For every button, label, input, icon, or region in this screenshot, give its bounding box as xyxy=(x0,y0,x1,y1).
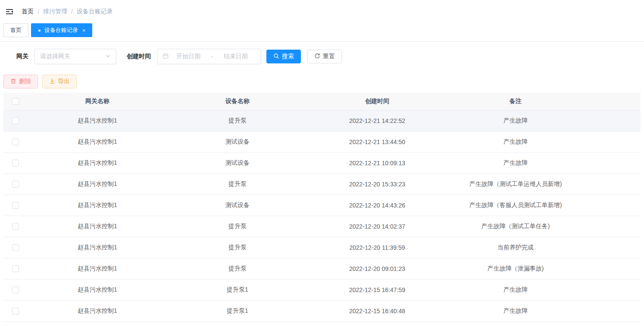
cell-device-name: 测试设备 xyxy=(167,131,308,152)
cell-remark: 产生故障 xyxy=(447,152,585,173)
filter-bar: 网关 请选择网关 创建时间 开始日期 - 结束日期 搜索 重置 xyxy=(16,49,644,64)
cell-created-time: 2022-12-15 16:40:48 xyxy=(308,300,447,321)
row-checkbox[interactable] xyxy=(12,181,19,188)
column-header-gateway: 网关名称 xyxy=(28,93,167,110)
cell-gateway-name: 赵县污水控制1 xyxy=(28,279,167,300)
close-tab-icon[interactable]: × xyxy=(82,27,86,34)
row-checkbox[interactable] xyxy=(12,138,19,145)
cell-device-name: 提升泵 xyxy=(167,216,308,237)
table-row[interactable]: 赵县污水控制1 提升泵 2022-12-20 15:33:23 产生故障（测试工… xyxy=(3,173,641,195)
table-row[interactable]: 赵县污水控制1 测试设备 2022-12-21 13:44:50 产生故障 xyxy=(3,131,641,152)
active-dot-icon: ● xyxy=(38,28,41,33)
created-time-label: 创建时间 xyxy=(127,53,151,60)
row-checkbox[interactable] xyxy=(12,117,19,124)
date-range-picker[interactable]: 开始日期 - 结束日期 xyxy=(157,49,261,64)
breadcrumb-item-module[interactable]: 排污管理 xyxy=(43,8,67,16)
search-icon xyxy=(273,53,282,60)
records-table: 网关名称 设备名称 创建时间 备注 赵县污水控制1 提升泵 2022-12-21… xyxy=(3,93,641,322)
cell-device-name: 提升泵 xyxy=(167,110,308,131)
cell-filler xyxy=(585,152,641,173)
table-row[interactable]: 赵县污水控制1 提升泵 2022-12-21 14:22:52 产生故障 xyxy=(3,110,641,131)
row-checkbox[interactable] xyxy=(12,160,19,167)
table-row[interactable]: 赵县污水控制1 测试设备 2022-12-20 14:43:26 产生故障（客服… xyxy=(3,195,641,216)
tab-bar: 首页 ● 设备台账记录 × xyxy=(0,23,644,42)
cell-device-name: 提升泵1 xyxy=(167,300,308,321)
cell-filler xyxy=(585,237,641,258)
menu-fold-icon[interactable] xyxy=(4,6,15,17)
cell-remark: 产生故障 xyxy=(447,279,585,300)
cell-remark: 当前养护完成 xyxy=(447,237,585,258)
cell-remark: 产生故障（测试工单任务) xyxy=(447,216,585,237)
cell-filler xyxy=(585,258,641,279)
cell-device-name: 测试设备 xyxy=(167,195,308,216)
delete-button-label: 删除 xyxy=(19,78,31,85)
cell-gateway-name: 赵县污水控制1 xyxy=(28,173,167,195)
reset-button[interactable]: 重置 xyxy=(307,50,342,63)
cell-filler xyxy=(585,279,641,300)
select-all-checkbox[interactable] xyxy=(12,98,19,105)
cell-device-name: 提升泵 xyxy=(167,173,308,195)
cell-gateway-name: 赵县污水控制1 xyxy=(28,258,167,279)
table-row[interactable]: 赵县污水控制1 提升泵 2022-12-20 14:02:37 产生故障（测试工… xyxy=(3,216,641,237)
table-row[interactable]: 赵县污水控制1 提升泵 2022-12-20 09:01:23 产生故障（泄漏事… xyxy=(3,258,641,279)
cell-device-name: 测试设备 xyxy=(167,152,308,173)
tab-label: 首页 xyxy=(10,26,22,34)
download-icon xyxy=(49,78,58,85)
cell-created-time: 2022-12-20 14:43:26 xyxy=(308,195,447,216)
cell-filler xyxy=(585,216,641,237)
cell-device-name: 提升泵 xyxy=(167,258,308,279)
start-date-input[interactable]: 开始日期 xyxy=(169,53,209,60)
cell-created-time: 2022-12-21 10:09:13 xyxy=(308,152,447,173)
chevron-down-icon xyxy=(106,53,111,60)
gateway-label: 网关 xyxy=(16,53,28,60)
search-button-label: 搜索 xyxy=(282,53,294,60)
table-row[interactable]: 赵县污水控制1 提升泵 2022-12-20 11:39:59 当前养护完成 xyxy=(3,237,641,258)
reset-button-label: 重置 xyxy=(323,53,335,60)
cell-filler xyxy=(585,110,641,131)
tab-home[interactable]: 首页 xyxy=(3,23,28,37)
cell-remark: 产生故障 xyxy=(447,131,585,152)
export-button-label: 导出 xyxy=(58,78,70,85)
export-button[interactable]: 导出 xyxy=(42,75,77,88)
table-header-row: 网关名称 设备名称 创建时间 备注 xyxy=(3,93,641,110)
cell-remark: 产生故障 xyxy=(447,110,585,131)
gateway-select[interactable]: 请选择网关 xyxy=(34,49,116,64)
cell-device-name: 提升泵 xyxy=(167,237,308,258)
table-row[interactable]: 赵县污水控制1 提升泵1 2022-12-15 16:40:48 产生故障 xyxy=(3,300,641,321)
row-checkbox[interactable] xyxy=(12,308,19,314)
cell-created-time: 2022-12-20 14:02:37 xyxy=(308,216,447,237)
cell-gateway-name: 赵县污水控制1 xyxy=(28,131,167,152)
breadcrumb-item-home[interactable]: 首页 xyxy=(22,8,34,16)
cell-device-name: 提升泵1 xyxy=(167,279,308,300)
breadcrumb: 首页 / 排污管理 / 设备台账记录 xyxy=(22,8,113,16)
cell-filler xyxy=(585,131,641,152)
cell-gateway-name: 赵县污水控制1 xyxy=(28,237,167,258)
search-button[interactable]: 搜索 xyxy=(266,50,301,63)
cell-created-time: 2022-12-20 09:01:23 xyxy=(308,258,447,279)
calendar-icon xyxy=(163,53,169,60)
end-date-input[interactable]: 结束日期 xyxy=(216,53,256,60)
breadcrumb-item-current: 设备台账记录 xyxy=(77,8,113,16)
cell-gateway-name: 赵县污水控制1 xyxy=(28,300,167,321)
row-checkbox[interactable] xyxy=(12,223,19,230)
tab-label: 设备台账记录 xyxy=(44,26,78,34)
cell-gateway-name: 赵县污水控制1 xyxy=(28,195,167,216)
cell-gateway-name: 赵县污水控制1 xyxy=(28,110,167,131)
date-separator: - xyxy=(209,53,216,60)
top-bar: 首页 / 排污管理 / 设备台账记录 xyxy=(0,0,644,23)
gateway-placeholder: 请选择网关 xyxy=(40,53,106,60)
row-checkbox[interactable] xyxy=(12,244,19,251)
cell-remark: 产生故障（测试工单运维人员新增) xyxy=(447,173,585,195)
row-checkbox[interactable] xyxy=(12,286,19,293)
row-checkbox[interactable] xyxy=(12,202,19,209)
delete-button[interactable]: 删除 xyxy=(3,75,38,88)
tab-device-ledger[interactable]: ● 设备台账记录 × xyxy=(31,23,92,37)
cell-gateway-name: 赵县污水控制1 xyxy=(28,216,167,237)
column-header-filler xyxy=(585,93,641,110)
breadcrumb-separator: / xyxy=(38,8,39,15)
cell-created-time: 2022-12-20 11:39:59 xyxy=(308,237,447,258)
table-row[interactable]: 赵县污水控制1 提升泵1 2022-12-15 16:47:59 产生故障 xyxy=(3,279,641,300)
table-row[interactable]: 赵县污水控制1 测试设备 2022-12-21 10:09:13 产生故障 xyxy=(3,152,641,173)
row-checkbox[interactable] xyxy=(12,265,19,272)
refresh-icon xyxy=(314,53,323,60)
